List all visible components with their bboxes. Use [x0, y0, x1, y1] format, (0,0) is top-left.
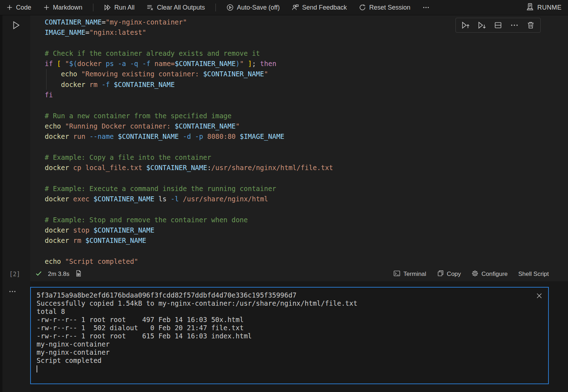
more-toolbar-actions-button[interactable] — [422, 4, 430, 11]
configure-label: Configure — [481, 271, 508, 278]
gear-icon — [471, 270, 479, 279]
auto-save-icon — [226, 4, 234, 11]
terminal-icon — [393, 270, 400, 279]
output-menu-button[interactable] — [9, 288, 16, 297]
clear-all-outputs-button[interactable]: Clear All Outputs — [147, 4, 205, 11]
output-text: 5f3a715a9a8be2efd6176bdaa096f3fcdd82f57d… — [31, 288, 548, 373]
output-line: my-nginx-container — [37, 348, 534, 356]
cell-gutter — [0, 15, 30, 392]
feedback-person-icon — [292, 4, 299, 11]
code-line: echo "Running Docker container: $CONTAIN… — [45, 121, 568, 131]
cell-output[interactable]: 5f3a715a9a8be2efd6176bdaa096f3fcdd82f57d… — [30, 287, 549, 384]
send-feedback-label: Send Feedback — [302, 4, 347, 11]
run-all-label: Run All — [114, 4, 135, 11]
open-output-icon[interactable] — [75, 270, 82, 279]
output-line: Script completed — [37, 356, 534, 365]
code-line — [45, 173, 568, 183]
terminal-button[interactable]: Terminal — [393, 270, 426, 279]
code-editor[interactable]: CONTAINER_NAME="my-nginx-container"IMAGE… — [30, 15, 568, 267]
delete-cell-button[interactable] — [526, 21, 535, 29]
code-line: docker run --name $CONTAINER_NAME -d -p … — [45, 131, 568, 142]
runme-brand-label: RUNME — [537, 4, 562, 11]
code-cell: CONTAINER_NAME="my-nginx-container"IMAGE… — [30, 15, 568, 281]
code-line: docker cp local_file.txt $CONTAINER_NAME… — [45, 163, 568, 173]
code-line: fi — [45, 90, 568, 100]
add-markdown-label: Markdown — [53, 4, 82, 11]
add-markdown-cell-button[interactable]: Markdown — [43, 4, 82, 11]
execute-above-button[interactable] — [461, 21, 470, 29]
code-line: docker rm -f $CONTAINER_NAME — [45, 80, 568, 90]
output-line: Successfully copied 1.54kB to my-nginx-c… — [37, 299, 534, 307]
clear-outputs-icon — [147, 4, 154, 11]
runme-brand: RUNME — [526, 3, 562, 12]
code-line: # Example: Execute a command inside the … — [45, 184, 568, 194]
run-all-button[interactable]: Run All — [104, 4, 135, 11]
focus-strip — [0, 15, 2, 392]
code-line — [45, 204, 568, 214]
run-cell-button[interactable] — [11, 20, 21, 31]
reset-session-icon — [359, 4, 366, 11]
output-cursor-line — [37, 365, 534, 373]
output-line: -rw-r--r-- 1 root root 497 Feb 14 16:03 … — [37, 316, 534, 324]
output-line: -rw-r--r-- 1 502 dialout 0 Feb 20 21:47 … — [37, 324, 534, 332]
reset-session-label: Reset Session — [369, 4, 410, 11]
plus-icon — [6, 4, 13, 11]
clear-all-outputs-label: Clear All Outputs — [157, 4, 205, 11]
plus-icon — [43, 4, 50, 11]
code-line: docker rm $CONTAINER_NAME — [45, 235, 568, 246]
notebook-toolbar: Code Markdown Run All Clear All Outputs … — [0, 0, 568, 15]
code-line: echo "Removing existing container: $CONT… — [45, 69, 568, 79]
code-line — [45, 246, 568, 256]
ellipsis-icon — [422, 4, 430, 11]
code-line: # Example: Stop and remove the container… — [45, 215, 568, 225]
copy-button[interactable]: Copy — [437, 270, 461, 279]
output-line: my-nginx-container — [37, 340, 534, 348]
language-picker[interactable]: Shell Script — [518, 271, 549, 278]
code-line — [45, 142, 568, 152]
close-output-button[interactable] — [536, 293, 542, 300]
language-label: Shell Script — [518, 271, 549, 278]
execution-duration: 2m 3.8s — [48, 271, 69, 278]
terminal-label: Terminal — [403, 271, 426, 278]
reset-session-button[interactable]: Reset Session — [359, 4, 410, 11]
more-cell-actions-button[interactable] — [510, 21, 519, 29]
terminal-cursor — [37, 365, 37, 372]
execution-count: [2] — [9, 271, 20, 278]
cell-action-toolbar — [455, 18, 541, 33]
run-all-icon — [104, 4, 111, 11]
code-line: if [ "$(docker ps -a -q -f name=$CONTAIN… — [45, 59, 568, 69]
configure-button[interactable]: Configure — [471, 270, 508, 279]
runme-logo-icon — [526, 3, 534, 12]
code-line: # Example: Copy a file into the containe… — [45, 152, 568, 163]
output-line: 5f3a715a9a8be2efd6176bdaa096f3fcdd82f57d… — [37, 291, 534, 299]
copy-label: Copy — [447, 271, 461, 278]
auto-save-toggle[interactable]: Auto-Save (off) — [226, 4, 280, 11]
code-line: docker exec $CONTAINER_NAME ls -l /usr/s… — [45, 194, 568, 204]
code-line: # Run a new container from the specified… — [45, 111, 568, 121]
toolbar-divider — [93, 4, 93, 11]
auto-save-label: Auto-Save (off) — [237, 4, 280, 11]
execute-below-button[interactable] — [477, 21, 486, 29]
add-code-label: Code — [16, 4, 31, 11]
send-feedback-button[interactable]: Send Feedback — [292, 4, 347, 11]
success-check-icon — [35, 270, 42, 279]
add-code-cell-button[interactable]: Code — [6, 4, 31, 11]
code-line — [45, 100, 568, 110]
code-line — [45, 38, 568, 48]
output-line: total 8 — [37, 307, 534, 316]
code-line: # Check if the container already exists … — [45, 48, 568, 59]
copy-icon — [437, 270, 444, 279]
toolbar-divider — [215, 4, 216, 11]
code-line: echo "Script completed" — [45, 256, 568, 267]
code-line: docker stop $CONTAINER_NAME — [45, 225, 568, 235]
split-cell-button[interactable] — [494, 21, 502, 29]
cell-status-bar: 2m 3.8s Terminal Copy Configure Shell S — [30, 267, 568, 281]
output-line: -rw-r--r-- 1 root root 615 Feb 14 16:03 … — [37, 332, 534, 340]
